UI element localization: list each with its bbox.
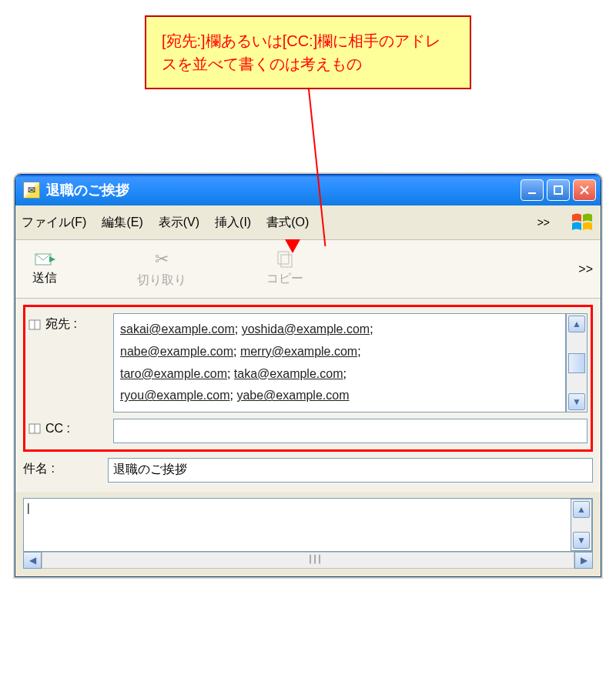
menu-edit[interactable]: 編集(E) [102,215,142,231]
send-button[interactable]: 送信 [23,249,66,289]
scroll-up-button[interactable]: ▲ [568,316,585,332]
scroll-thumb[interactable] [568,353,585,373]
body-hscrollbar[interactable]: ◀ ┃┃┃ ▶ [23,552,593,569]
annotation-callout: [宛先:]欄あるいは[CC:]欄に相手のアドレスを並べて書くのは考えもの [145,15,471,89]
highlighted-region: 宛先 : sakai@example.com; yoshida@example.… [23,305,593,452]
windows-logo-icon [570,210,594,235]
scroll-down-button[interactable]: ▼ [568,393,585,410]
body-vscrollbar[interactable]: ▲ ▼ [571,499,592,551]
menubar: ファイル(F) 編集(E) 表示(V) 挿入(I) 書式(O) >> [15,205,601,240]
toolbar: 送信 ✂ 切り取り コピー >> [15,240,601,299]
recipient-address[interactable]: merry@example.com [240,345,357,358]
to-scrollbar[interactable]: ▲ ▼ [566,313,588,412]
to-label-button[interactable]: 宛先 : [28,313,113,332]
scroll-down-button[interactable]: ▼ [573,532,590,549]
titlebar: ✉ 退職のご挨拶 [15,175,601,205]
recipient-address[interactable]: yabe@example.com [236,389,349,402]
subject-label: 件名 : [23,458,108,477]
cc-field[interactable] [113,419,588,443]
menu-view[interactable]: 表示(V) [159,215,199,231]
menu-more[interactable]: >> [537,216,550,229]
compose-window: ✉ 退職のご挨拶 ファイル(F) 編集(E) 表示(V) 挿入(I) 書式(O)… [15,174,601,577]
minimize-button[interactable] [521,179,544,201]
svg-rect-1 [554,186,562,194]
recipient-address[interactable]: yoshida@example.com [242,322,370,336]
body-text[interactable]: | [24,499,571,551]
scroll-left-button[interactable]: ◀ [23,552,42,569]
svg-rect-5 [278,252,289,264]
subject-field[interactable]: 退職のご挨拶 [108,458,593,483]
cc-label-button[interactable]: CC : [28,419,113,436]
recipient-address[interactable]: sakai@example.com [120,322,235,336]
cut-label: 切り取り [137,272,186,289]
send-icon [34,252,55,267]
svg-rect-0 [528,192,536,194]
cut-button: ✂ 切り取り [128,246,196,292]
svg-rect-6 [281,255,292,267]
toolbar-more[interactable]: >> [578,262,593,276]
recipient-address[interactable]: nabe@example.com [120,345,233,358]
send-label: 送信 [32,270,57,286]
callout-text: [宛先:]欄あるいは[CC:]欄に相手のアドレスを並べて書くのは考えもの [162,32,440,72]
recipient-address[interactable]: taro@example.com [120,367,227,380]
window-title: 退職のご挨拶 [46,181,129,199]
menu-insert[interactable]: 挿入(I) [215,215,251,231]
close-button[interactable] [573,179,596,201]
address-book-icon [28,319,41,330]
copy-label: コピー [266,271,303,287]
to-field[interactable]: sakai@example.com; yoshida@example.com;n… [113,313,566,412]
cut-icon: ✂ [155,249,169,269]
maximize-button[interactable] [547,179,570,201]
app-icon: ✉ [23,182,40,199]
scroll-right-button[interactable]: ▶ [574,552,593,569]
copy-icon [276,251,294,268]
copy-button: コピー [257,248,313,290]
callout-arrow [8,89,616,174]
message-body[interactable]: | ▲ ▼ [23,498,593,552]
menu-format[interactable]: 書式(O) [266,215,309,231]
recipient-address[interactable]: ryou@example.com [120,389,230,402]
address-book-icon [28,423,41,434]
scroll-up-button[interactable]: ▲ [573,501,590,518]
menu-file[interactable]: ファイル(F) [22,215,86,231]
recipient-address[interactable]: taka@example.com [234,367,343,380]
